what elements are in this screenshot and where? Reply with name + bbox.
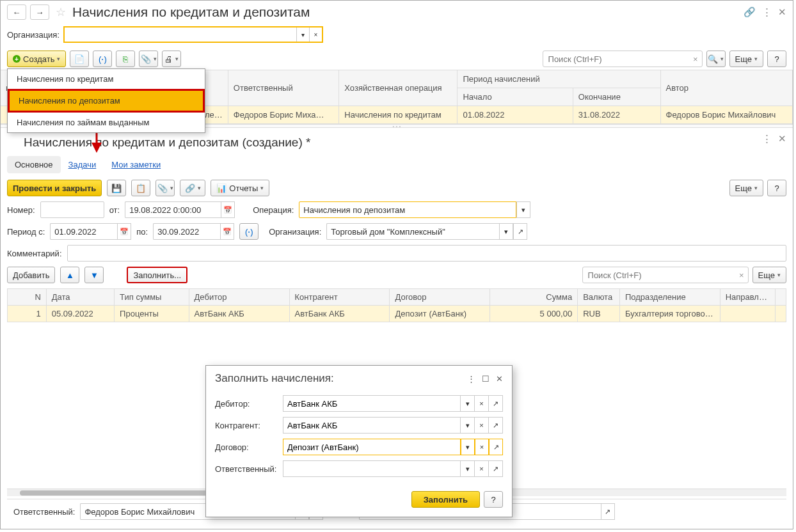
col-type: Тип суммы (115, 289, 189, 306)
org-label: Организация: (7, 30, 60, 40)
dropdown-button[interactable]: ▾ (461, 395, 475, 412)
page-title: Начисления по кредитам и депозитам (72, 4, 310, 20)
org-input[interactable] (65, 27, 296, 42)
search-box[interactable]: × (543, 51, 703, 67)
print-button[interactable]: 🖨▾ (162, 51, 181, 67)
search-button[interactable]: 🔍▾ (706, 51, 726, 67)
col-date: Дата (46, 289, 114, 306)
tab-tasks[interactable]: Задачи (61, 156, 104, 173)
nav-forward-button[interactable]: → (30, 4, 49, 20)
operation-input[interactable]: Начисления по депозитам (299, 201, 516, 218)
search-input[interactable] (547, 54, 693, 65)
nav-back-button[interactable]: ← (7, 4, 26, 20)
dialog-debtor-label: Дебитор: (215, 399, 279, 409)
comment-label: Комментарий: (7, 249, 62, 258)
dialog-fill-button[interactable]: Заполнить (411, 491, 480, 508)
period-from-input[interactable]: 01.09.2022 (50, 223, 117, 240)
search-clear-button[interactable]: × (693, 54, 698, 64)
sub-search-clear[interactable]: × (739, 270, 744, 280)
date-input[interactable]: 19.08.2022 0:00:00 (125, 201, 221, 218)
dialog-debtor-input[interactable] (283, 395, 461, 412)
sub-title: Начисления по кредитам и депозитам (созд… (7, 133, 786, 156)
sub-org-input[interactable]: Торговый дом "Комплексный" (326, 223, 499, 240)
save-button[interactable]: 💾 (107, 180, 126, 196)
calendar-icon[interactable]: 📅 (117, 223, 131, 240)
sub-help-button[interactable]: ? (767, 180, 786, 196)
sub-org-label: Организация: (269, 227, 321, 237)
open-button[interactable]: ↗ (489, 395, 503, 412)
org-open-button[interactable]: ↗ (513, 223, 527, 240)
move-up-button[interactable]: ▲ (60, 267, 79, 283)
number-label: Номер: (7, 205, 35, 215)
operation-dropdown-button[interactable]: ▾ (516, 201, 530, 218)
menu-item-loans[interactable]: Начисления по займам выданным (8, 113, 205, 132)
dialog-help-button[interactable]: ? (484, 491, 503, 508)
dialog-counter-input[interactable] (283, 417, 461, 434)
post-doc-button[interactable]: 📋 (131, 180, 150, 196)
attach-button[interactable]: 📎▾ (139, 51, 158, 67)
col-dept: Подразделение (620, 289, 720, 306)
post-button[interactable]: (⋅) (93, 51, 112, 67)
open-button[interactable]: ↗ (489, 439, 503, 455)
org-dropdown-button[interactable]: ▾ (499, 223, 513, 240)
dialog-close-icon[interactable]: ✕ (496, 374, 503, 384)
add-row-button[interactable]: Добавить (7, 267, 55, 283)
dropdown-button[interactable]: ▾ (461, 417, 475, 434)
menu-item-deposits[interactable]: Начисления по депозитам (8, 89, 205, 113)
reports-button[interactable]: 📊 Отчеты ▾ (211, 180, 269, 196)
col-n: N (8, 289, 47, 306)
refresh-button[interactable]: ⎘ (116, 51, 135, 67)
comment-input[interactable] (67, 245, 787, 262)
tab-main[interactable]: Основное (7, 156, 61, 173)
help-button[interactable]: ? (767, 51, 786, 67)
more-icon[interactable]: ⋮ (762, 6, 772, 18)
sub-more-button[interactable]: Еще▾ (729, 180, 763, 196)
sub-search-box[interactable]: × (582, 267, 749, 283)
author-open-button[interactable]: ↗ (601, 503, 615, 520)
number-input[interactable] (40, 201, 104, 218)
fill-button[interactable]: Заполнить... (127, 267, 187, 283)
open-button[interactable]: ↗ (489, 417, 503, 434)
clear-button[interactable]: × (475, 460, 489, 477)
plus-icon: + (13, 55, 20, 63)
copy-button[interactable]: 📄 (70, 51, 89, 67)
attach-sub-button[interactable]: 📎▾ (155, 180, 175, 196)
dialog-more-icon[interactable]: ⋮ (467, 374, 475, 384)
dialog-contract-input[interactable] (283, 439, 461, 455)
sub-more-icon[interactable]: ⋮ (762, 133, 772, 145)
operation-label: Операция: (253, 205, 294, 215)
clear-button[interactable]: × (475, 439, 489, 455)
sub-close-icon[interactable]: ✕ (778, 133, 786, 145)
clear-button[interactable]: × (475, 417, 489, 434)
link-sub-button[interactable]: 🔗▾ (180, 180, 205, 196)
org-dropdown-button[interactable]: ▾ (296, 27, 309, 42)
close-icon[interactable]: ✕ (778, 6, 786, 18)
favorite-icon[interactable]: ☆ (56, 5, 66, 19)
col-dir: Направл… (720, 289, 775, 306)
tab-notes[interactable]: Мои заметки (104, 156, 168, 173)
sub-search-input[interactable] (587, 270, 739, 281)
dropdown-button[interactable]: ▾ (461, 460, 475, 477)
create-dropdown-menu: Начисления по кредитам Начисления по деп… (7, 68, 205, 133)
period-to-input[interactable]: 30.09.2022 (153, 223, 220, 240)
table-more-button[interactable]: Еще▾ (752, 267, 786, 283)
open-button[interactable]: ↗ (489, 460, 503, 477)
menu-item-credits[interactable]: Начисления по кредитам (8, 69, 205, 89)
create-button[interactable]: + Создать ▾ (7, 51, 66, 67)
calendar-icon[interactable]: 📅 (221, 201, 235, 218)
period-refresh-button[interactable]: (⋅) (239, 223, 259, 240)
more-button[interactable]: Еще ▾ (729, 51, 763, 67)
org-clear-button[interactable]: × (309, 27, 322, 42)
svg-marker-1 (92, 143, 102, 153)
post-and-close-button[interactable]: Провести и закрыть (7, 180, 102, 196)
clear-button[interactable]: × (475, 395, 489, 412)
dialog-maximize-icon[interactable]: ☐ (482, 374, 490, 384)
col-extra (775, 289, 786, 306)
calendar-icon[interactable]: 📅 (220, 223, 234, 240)
dropdown-button[interactable]: ▾ (461, 439, 475, 455)
move-down-button[interactable]: ▼ (84, 267, 104, 283)
table-row[interactable]: 1 05.09.2022 Проценты АвтБанк АКБ АвтБан… (8, 306, 786, 322)
dialog-resp-input[interactable] (283, 460, 461, 477)
link-icon[interactable]: 🔗 (744, 6, 756, 18)
status-resp-label: Ответственный: (13, 507, 75, 517)
